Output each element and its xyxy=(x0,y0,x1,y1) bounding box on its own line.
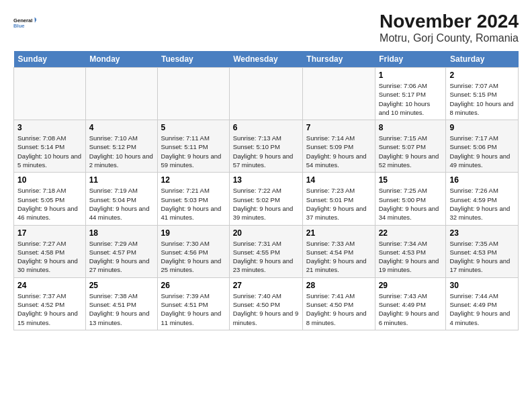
day-cell-21: 21Sunrise: 7:33 AM Sunset: 4:54 PM Dayli… xyxy=(302,225,375,277)
day-number: 8 xyxy=(379,123,443,132)
day-cell-9: 9Sunrise: 7:17 AM Sunset: 5:06 PM Daylig… xyxy=(446,120,519,173)
day-number: 15 xyxy=(379,175,443,185)
day-info: Sunrise: 7:10 AM Sunset: 5:12 PM Dayligh… xyxy=(89,134,154,169)
day-info: Sunrise: 7:31 AM Sunset: 4:55 PM Dayligh… xyxy=(233,239,299,275)
day-cell-26: 26Sunrise: 7:39 AM Sunset: 4:51 PM Dayli… xyxy=(157,277,229,330)
day-info: Sunrise: 7:23 AM Sunset: 5:01 PM Dayligh… xyxy=(306,186,371,222)
day-info: Sunrise: 7:34 AM Sunset: 4:53 PM Dayligh… xyxy=(379,239,443,275)
header-saturday: Saturday xyxy=(446,51,519,68)
day-cell-1: 1Sunrise: 7:06 AM Sunset: 5:17 PM Daylig… xyxy=(375,68,446,120)
day-info: Sunrise: 7:43 AM Sunset: 4:49 PM Dayligh… xyxy=(379,291,443,327)
day-number: 1 xyxy=(379,71,443,80)
day-number: 12 xyxy=(161,175,226,185)
day-info: Sunrise: 7:35 AM Sunset: 4:53 PM Dayligh… xyxy=(449,239,515,275)
day-number: 3 xyxy=(17,123,82,132)
day-number: 17 xyxy=(17,228,82,238)
day-cell-11: 11Sunrise: 7:19 AM Sunset: 5:04 PM Dayli… xyxy=(85,173,157,225)
day-info: Sunrise: 7:15 AM Sunset: 5:07 PM Dayligh… xyxy=(379,134,443,169)
header-friday: Friday xyxy=(375,51,446,68)
day-number: 22 xyxy=(379,228,443,238)
empty-cell xyxy=(229,68,302,120)
title-block: November 2024 Motru, Gorj County, Romani… xyxy=(380,11,519,44)
day-number: 24 xyxy=(17,281,82,290)
day-cell-12: 12Sunrise: 7:21 AM Sunset: 5:03 PM Dayli… xyxy=(157,173,229,225)
day-info: Sunrise: 7:29 AM Sunset: 4:57 PM Dayligh… xyxy=(89,239,154,275)
day-cell-16: 16Sunrise: 7:26 AM Sunset: 4:59 PM Dayli… xyxy=(446,173,519,225)
day-number: 13 xyxy=(233,175,299,185)
day-info: Sunrise: 7:17 AM Sunset: 5:06 PM Dayligh… xyxy=(449,134,515,169)
day-number: 29 xyxy=(379,281,443,290)
day-cell-30: 30Sunrise: 7:44 AM Sunset: 4:49 PM Dayli… xyxy=(446,277,519,330)
day-number: 20 xyxy=(233,228,299,238)
day-info: Sunrise: 7:30 AM Sunset: 4:56 PM Dayligh… xyxy=(161,239,226,275)
day-cell-17: 17Sunrise: 7:27 AM Sunset: 4:58 PM Dayli… xyxy=(14,225,86,277)
day-number: 28 xyxy=(306,281,371,290)
day-number: 23 xyxy=(449,228,515,238)
day-info: Sunrise: 7:06 AM Sunset: 5:17 PM Dayligh… xyxy=(379,81,443,117)
day-info: Sunrise: 7:44 AM Sunset: 4:49 PM Dayligh… xyxy=(449,291,515,327)
day-info: Sunrise: 7:22 AM Sunset: 5:02 PM Dayligh… xyxy=(233,186,299,222)
day-cell-29: 29Sunrise: 7:43 AM Sunset: 4:49 PM Dayli… xyxy=(375,277,446,330)
header-row: SundayMondayTuesdayWednesdayThursdayFrid… xyxy=(14,51,519,68)
week-row-5: 24Sunrise: 7:37 AM Sunset: 4:52 PM Dayli… xyxy=(14,277,519,330)
day-cell-22: 22Sunrise: 7:34 AM Sunset: 4:53 PM Dayli… xyxy=(375,225,446,277)
header-sunday: Sunday xyxy=(14,51,86,68)
day-number: 18 xyxy=(89,228,154,238)
day-cell-18: 18Sunrise: 7:29 AM Sunset: 4:57 PM Dayli… xyxy=(85,225,157,277)
day-cell-6: 6Sunrise: 7:13 AM Sunset: 5:10 PM Daylig… xyxy=(229,120,302,173)
day-number: 21 xyxy=(306,228,371,238)
day-number: 7 xyxy=(306,123,371,132)
day-number: 27 xyxy=(233,281,299,290)
day-info: Sunrise: 7:13 AM Sunset: 5:10 PM Dayligh… xyxy=(233,134,299,169)
day-info: Sunrise: 7:08 AM Sunset: 5:14 PM Dayligh… xyxy=(17,134,82,169)
day-number: 30 xyxy=(449,281,515,290)
subtitle: Motru, Gorj County, Romania xyxy=(380,32,519,44)
calendar-header: SundayMondayTuesdayWednesdayThursdayFrid… xyxy=(14,51,519,68)
day-number: 10 xyxy=(17,175,82,185)
day-number: 19 xyxy=(161,228,226,238)
day-number: 6 xyxy=(233,123,299,132)
week-row-2: 3Sunrise: 7:08 AM Sunset: 5:14 PM Daylig… xyxy=(14,120,519,173)
day-cell-2: 2Sunrise: 7:07 AM Sunset: 5:15 PM Daylig… xyxy=(446,68,519,120)
empty-cell xyxy=(302,68,375,120)
day-info: Sunrise: 7:21 AM Sunset: 5:03 PM Dayligh… xyxy=(161,186,226,222)
main-title: November 2024 xyxy=(380,11,519,32)
day-cell-4: 4Sunrise: 7:10 AM Sunset: 5:12 PM Daylig… xyxy=(85,120,157,173)
empty-cell xyxy=(85,68,157,120)
calendar-table: SundayMondayTuesdayWednesdayThursdayFrid… xyxy=(13,51,519,330)
header-thursday: Thursday xyxy=(302,51,375,68)
page: General Blue November 2024 Motru, Gorj C… xyxy=(0,0,532,411)
day-cell-25: 25Sunrise: 7:38 AM Sunset: 4:51 PM Dayli… xyxy=(85,277,157,330)
day-number: 5 xyxy=(161,123,226,132)
day-info: Sunrise: 7:11 AM Sunset: 5:11 PM Dayligh… xyxy=(161,134,226,169)
day-cell-24: 24Sunrise: 7:37 AM Sunset: 4:52 PM Dayli… xyxy=(14,277,86,330)
week-row-1: 1Sunrise: 7:06 AM Sunset: 5:17 PM Daylig… xyxy=(14,68,519,120)
calendar-body: 1Sunrise: 7:06 AM Sunset: 5:17 PM Daylig… xyxy=(14,68,519,330)
svg-marker-2 xyxy=(34,17,36,24)
header-wednesday: Wednesday xyxy=(229,51,302,68)
day-cell-3: 3Sunrise: 7:08 AM Sunset: 5:14 PM Daylig… xyxy=(14,120,86,173)
day-number: 9 xyxy=(449,123,515,132)
day-cell-27: 27Sunrise: 7:40 AM Sunset: 4:50 PM Dayli… xyxy=(229,277,302,330)
day-info: Sunrise: 7:37 AM Sunset: 4:52 PM Dayligh… xyxy=(17,291,82,327)
day-cell-20: 20Sunrise: 7:31 AM Sunset: 4:55 PM Dayli… xyxy=(229,225,302,277)
header-tuesday: Tuesday xyxy=(157,51,229,68)
day-cell-13: 13Sunrise: 7:22 AM Sunset: 5:02 PM Dayli… xyxy=(229,173,302,225)
week-row-4: 17Sunrise: 7:27 AM Sunset: 4:58 PM Dayli… xyxy=(14,225,519,277)
day-info: Sunrise: 7:27 AM Sunset: 4:58 PM Dayligh… xyxy=(17,239,82,275)
day-info: Sunrise: 7:33 AM Sunset: 4:54 PM Dayligh… xyxy=(306,239,371,275)
day-info: Sunrise: 7:41 AM Sunset: 4:50 PM Dayligh… xyxy=(306,291,371,327)
day-info: Sunrise: 7:18 AM Sunset: 5:05 PM Dayligh… xyxy=(17,186,82,222)
day-info: Sunrise: 7:07 AM Sunset: 5:15 PM Dayligh… xyxy=(449,81,515,117)
day-number: 11 xyxy=(89,175,154,185)
day-number: 4 xyxy=(89,123,154,132)
day-number: 26 xyxy=(161,281,226,290)
day-cell-5: 5Sunrise: 7:11 AM Sunset: 5:11 PM Daylig… xyxy=(157,120,229,173)
logo-svg: General Blue xyxy=(13,11,36,35)
day-cell-23: 23Sunrise: 7:35 AM Sunset: 4:53 PM Dayli… xyxy=(446,225,519,277)
day-cell-7: 7Sunrise: 7:14 AM Sunset: 5:09 PM Daylig… xyxy=(302,120,375,173)
svg-text:Blue: Blue xyxy=(13,23,25,29)
empty-cell xyxy=(157,68,229,120)
day-info: Sunrise: 7:25 AM Sunset: 5:00 PM Dayligh… xyxy=(379,186,443,222)
day-cell-14: 14Sunrise: 7:23 AM Sunset: 5:01 PM Dayli… xyxy=(302,173,375,225)
